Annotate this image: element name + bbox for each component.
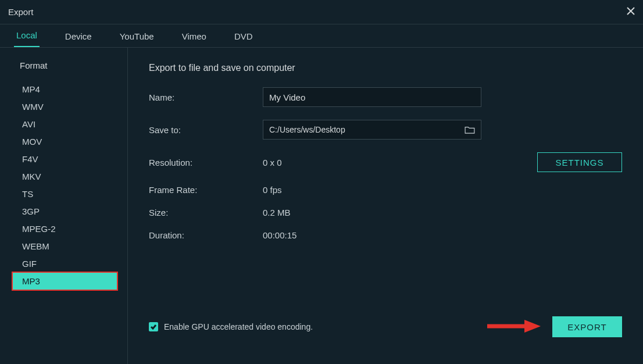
- footer: Enable GPU accelerated video encoding. E…: [149, 305, 622, 358]
- arrow-icon: [485, 319, 541, 334]
- name-label: Name:: [149, 92, 263, 102]
- duration-value: 00:00:15: [263, 230, 297, 240]
- name-input[interactable]: [263, 87, 481, 107]
- tab-device[interactable]: Device: [63, 26, 94, 47]
- format-item-ts[interactable]: TS: [20, 185, 117, 202]
- svg-marker-1: [524, 320, 541, 333]
- tab-youtube[interactable]: YouTube: [117, 26, 156, 47]
- annotation-arrow: [485, 319, 541, 334]
- close-icon: [627, 7, 635, 15]
- format-heading: Format: [20, 60, 117, 70]
- format-item-wmv[interactable]: WMV: [20, 98, 117, 115]
- folder-icon[interactable]: [465, 126, 475, 134]
- tab-vimeo[interactable]: Vimeo: [180, 26, 209, 47]
- gpu-label: Enable GPU accelerated video encoding.: [164, 322, 313, 331]
- export-button[interactable]: EXPORT: [552, 316, 622, 337]
- settings-button[interactable]: SETTINGS: [537, 152, 622, 172]
- check-icon: [150, 323, 157, 330]
- saveto-field[interactable]: C:/Users/ws/Desktop: [263, 120, 481, 140]
- format-item-webm[interactable]: WEBM: [20, 238, 117, 255]
- tab-local[interactable]: Local: [14, 24, 40, 47]
- format-item-mov[interactable]: MOV: [20, 133, 117, 150]
- titlebar: Export: [0, 0, 643, 24]
- format-item-gif[interactable]: GIF: [20, 255, 117, 272]
- size-label: Size:: [149, 208, 263, 217]
- saveto-value: C:/Users/ws/Desktop: [269, 125, 345, 134]
- window-title: Export: [8, 7, 33, 17]
- format-item-mpeg2[interactable]: MPEG-2: [20, 220, 117, 237]
- gpu-checkbox[interactable]: [149, 322, 158, 331]
- format-item-f4v[interactable]: F4V: [20, 151, 117, 167]
- format-item-mkv[interactable]: MKV: [20, 168, 117, 185]
- format-item-mp3[interactable]: MP3: [13, 273, 117, 290]
- duration-label: Duration:: [149, 230, 263, 240]
- close-button[interactable]: [627, 7, 635, 17]
- resolution-value: 0 x 0: [263, 158, 282, 167]
- saveto-label: Save to:: [149, 125, 263, 135]
- main-panel: Export to file and save on computer Name…: [128, 48, 643, 364]
- main-heading: Export to file and save on computer: [149, 63, 622, 73]
- framerate-value: 0 fps: [263, 185, 282, 195]
- framerate-label: Frame Rate:: [149, 185, 263, 195]
- format-item-3gp[interactable]: 3GP: [20, 203, 117, 220]
- size-value: 0.2 MB: [263, 208, 291, 217]
- tab-dvd[interactable]: DVD: [232, 26, 255, 47]
- resolution-label: Resolution:: [149, 158, 263, 167]
- tabbar: Local Device YouTube Vimeo DVD: [0, 24, 643, 48]
- format-item-avi[interactable]: AVI: [20, 116, 117, 133]
- gpu-checkbox-wrap[interactable]: Enable GPU accelerated video encoding.: [149, 322, 313, 331]
- format-sidebar: Format MP4 WMV AVI MOV F4V MKV TS 3GP MP…: [0, 48, 128, 364]
- format-item-mp4[interactable]: MP4: [20, 81, 117, 98]
